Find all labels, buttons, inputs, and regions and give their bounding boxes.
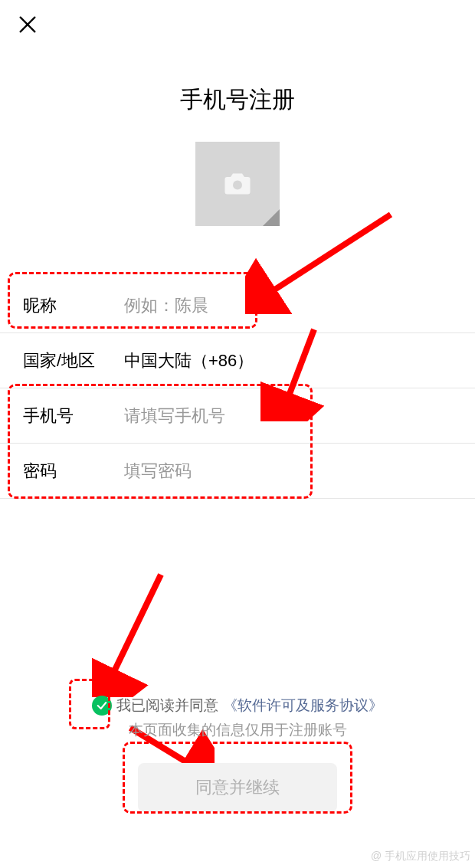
arrow-annotation-3 <box>92 567 176 697</box>
agreement-checkbox[interactable] <box>92 696 112 716</box>
password-input[interactable] <box>124 461 452 481</box>
password-label: 密码 <box>23 460 124 483</box>
registration-form: 昵称 国家/地区 中国大陆（+86） 手机号 密码 <box>0 278 475 499</box>
agreement-area: 我已阅读并同意 《软件许可及服务协议》 本页面收集的信息仅用于注册账号 同意并继… <box>0 696 475 812</box>
agreement-prefix: 我已阅读并同意 <box>116 696 218 716</box>
page-title: 手机号注册 <box>0 84 475 116</box>
submit-button[interactable]: 同意并继续 <box>138 763 337 812</box>
svg-point-2 <box>233 181 242 190</box>
edit-corner-icon <box>263 209 280 226</box>
region-label: 国家/地区 <box>23 349 124 372</box>
svg-line-8 <box>107 575 161 686</box>
avatar-upload[interactable] <box>195 142 280 226</box>
agreement-info: 本页面收集的信息仅用于注册账号 <box>0 720 475 740</box>
close-icon[interactable] <box>17 14 38 35</box>
nickname-row: 昵称 <box>0 278 475 333</box>
phone-input[interactable] <box>124 406 452 426</box>
nickname-input[interactable] <box>124 296 452 316</box>
region-row[interactable]: 国家/地区 中国大陆（+86） <box>0 333 475 388</box>
region-value: 中国大陆（+86） <box>124 349 452 372</box>
password-row: 密码 <box>0 444 475 499</box>
agreement-link[interactable]: 《软件许可及服务协议》 <box>223 696 383 716</box>
camera-icon <box>224 172 251 195</box>
phone-label: 手机号 <box>23 405 124 427</box>
nickname-label: 昵称 <box>23 294 124 317</box>
phone-row: 手机号 <box>0 388 475 444</box>
watermark: @ 手机应用使用技巧 <box>371 850 470 863</box>
